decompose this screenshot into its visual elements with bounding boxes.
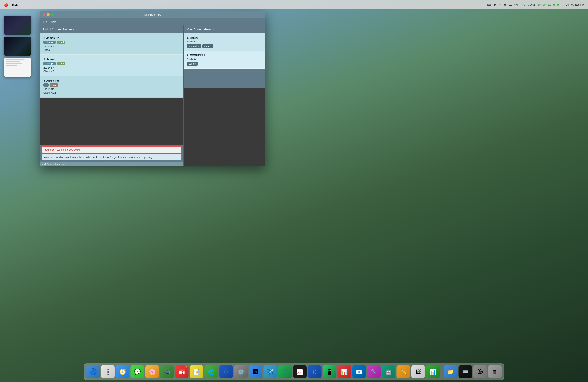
spotify-icon: 🎵	[282, 369, 289, 375]
outlook-icon: 📧	[356, 369, 362, 375]
dock-item-outlook[interactable]: 📧	[352, 365, 366, 379]
sidebar-app-previews	[4, 16, 31, 77]
group-students-label-1: Students:	[187, 40, 262, 43]
window-content: List of Current Students: 1. James Ho co…	[40, 25, 265, 166]
student-panel: List of Current Students: 1. James Ho co…	[40, 25, 184, 166]
dock-item-preview[interactable]: 🖼	[411, 365, 425, 379]
group-item-2[interactable]: 2. GROUPPPP Students: James	[184, 51, 265, 69]
menu-file[interactable]: File	[43, 21, 47, 23]
group-member-james-2: James	[187, 62, 198, 66]
dock-item-chrome[interactable]: 🌐	[205, 365, 218, 379]
dock-item-safari[interactable]: 🧭	[116, 365, 129, 379]
tag-trivial-3: trivial	[50, 84, 58, 86]
tag-friend-1: friend	[57, 41, 65, 44]
dock-item-spotify[interactable]: 🎵	[278, 365, 292, 379]
finder-2-icon: 📁	[447, 369, 454, 375]
error-message: numbers should only contain numbers, and…	[42, 154, 181, 160]
robinhood-icon: 📈	[296, 369, 303, 375]
dock-item-activity[interactable]: 📊	[337, 365, 351, 379]
app-window: GoonBook App File Help List of Current S…	[40, 11, 265, 166]
calendar-badge: 15	[185, 365, 188, 368]
safari-icon: 🧭	[119, 369, 126, 375]
menubar: 🍎 java ⌨ ⏺ ✦ ⏺ ▬ WiFi 🔍 CORZ 15.600 +1.0…	[0, 0, 588, 9]
sidebar-app-1[interactable]	[4, 16, 31, 35]
messages-icon: 💬	[134, 369, 141, 375]
student-tags-3: cs trivial	[43, 84, 180, 86]
command-input-area: numbers should only contain numbers, and…	[40, 145, 183, 162]
tag-colleague-1: colleague	[43, 41, 56, 44]
student-list: 1. James Ho colleague friend 22224444 Cl…	[40, 33, 183, 98]
menubar-wifi[interactable]: WiFi	[514, 3, 519, 6]
jetbrains-icon: 🔧	[371, 369, 377, 374]
preview-icon: 🖼	[416, 369, 421, 375]
student-item-2[interactable]: 2. James colleague friend 22224444 Class…	[40, 55, 183, 76]
window-minimize-button[interactable]	[47, 13, 50, 16]
student-id-2: 22224444	[43, 66, 180, 69]
dock-item-launchpad[interactable]: ⣿	[101, 365, 115, 379]
student-panel-header: List of Current Students:	[40, 25, 183, 33]
window-close-button[interactable]	[42, 13, 45, 16]
menubar-stock-price: 15.600 +1.04% Pre	[538, 3, 560, 6]
sketch-icon: ✏️	[400, 369, 407, 375]
dock-item-terminal[interactable]: ⌨️	[459, 365, 472, 379]
dock-item-notes[interactable]: 📝	[190, 365, 203, 379]
terminal-icon: ⌨️	[462, 369, 468, 374]
facetime-icon: 📹	[164, 369, 170, 375]
groups-list: 1. GROU Students: James Ho James 2. GROU…	[184, 33, 265, 88]
dock-item-chatgpt[interactable]: 🤖	[382, 365, 396, 379]
menubar-battery: ▬	[509, 3, 512, 6]
sidebar-app-3[interactable]	[4, 58, 31, 77]
dock-item-system-prefs[interactable]: ⚙️	[234, 365, 248, 379]
dock-item-photos[interactable]: 🌸	[146, 365, 159, 379]
vscode-blue-icon: ⟨⟩	[313, 369, 317, 375]
dock-item-trash[interactable]: 🗑	[488, 365, 502, 379]
menubar-keyboard-icon: ⌨	[487, 3, 491, 6]
groups-panel: Your Current Groups: 1. GROU Students: J…	[184, 25, 265, 166]
group-member-james: James	[202, 44, 213, 48]
group-student-tags-1: James Ho James	[187, 44, 262, 48]
dock-item-telegram[interactable]: ✈️	[264, 365, 277, 379]
trash-icon: 🗑	[492, 369, 498, 375]
apple-menu[interactable]: 🍎	[4, 2, 8, 7]
dock-item-robinhood[interactable]: 📈	[293, 365, 307, 379]
group-member-james-ho: James Ho	[187, 44, 201, 48]
dock-item-appstore[interactable]: 🅰	[249, 365, 262, 379]
student-name-1: 1. James Ho	[43, 36, 180, 40]
groups-empty-area	[184, 88, 265, 166]
menubar-app-name[interactable]: java	[12, 3, 18, 6]
tag-colleague-2: colleague	[43, 62, 56, 65]
dock-item-whatsapp[interactable]: 📱	[323, 365, 336, 379]
notes-icon: 📝	[193, 369, 200, 375]
dock-item-finder[interactable]: 🔵	[86, 365, 100, 379]
dock-item-messages[interactable]: 💬	[131, 365, 144, 379]
dock-item-finder-2[interactable]: 📁	[444, 365, 458, 379]
groups-panel-header: Your Current Groups:	[184, 25, 265, 33]
menubar-left: 🍎 java	[4, 2, 18, 7]
dock-item-vscode-blue[interactable]: ⟨⟩	[308, 365, 322, 379]
window-titlebar: GoonBook App	[40, 11, 265, 19]
student-class-2: Class: 4B	[43, 70, 180, 73]
student-tags-1: colleague friend	[43, 41, 180, 44]
dock-item-vscode[interactable]: ⟨⟩	[219, 365, 233, 379]
photos-icon: 🌸	[149, 369, 156, 375]
tag-cs-3: cs	[43, 84, 49, 86]
window-maximize-button[interactable]	[51, 13, 54, 16]
menubar-right: ⌨ ⏺ ✦ ⏺ ▬ WiFi 🔍 CORZ 15.600 +1.04% Pre …	[487, 3, 584, 6]
student-tags-2: colleague friend	[43, 62, 180, 65]
menubar-search[interactable]: 🔍	[522, 3, 525, 6]
chatgpt-icon: 🤖	[385, 369, 392, 375]
dock-item-jetbrains[interactable]: 🔧	[367, 365, 381, 379]
dock-item-calendar[interactable]: 📅 15	[175, 365, 189, 379]
dock-item-zip[interactable]: 🗜	[473, 365, 487, 379]
dock-item-sketch[interactable]: ✏️	[397, 365, 410, 379]
menubar-bluetooth[interactable]: ✦	[499, 3, 501, 6]
group-item-1[interactable]: 1. GROU Students: James Ho James	[184, 33, 265, 51]
student-item-3[interactable]: 3. Aaron Tan cs trivial 11110011 Class: …	[40, 76, 183, 97]
sidebar-app-2[interactable]	[4, 37, 31, 56]
calendar-icon: 📅	[178, 369, 185, 375]
menu-help[interactable]: Help	[51, 21, 56, 23]
dock-item-facetime[interactable]: 📹	[160, 365, 174, 379]
dock-item-numbers[interactable]: 📊	[426, 365, 440, 379]
command-input[interactable]	[42, 146, 181, 153]
student-item-1[interactable]: 1. James Ho colleague friend 22224444 Cl…	[40, 33, 183, 55]
